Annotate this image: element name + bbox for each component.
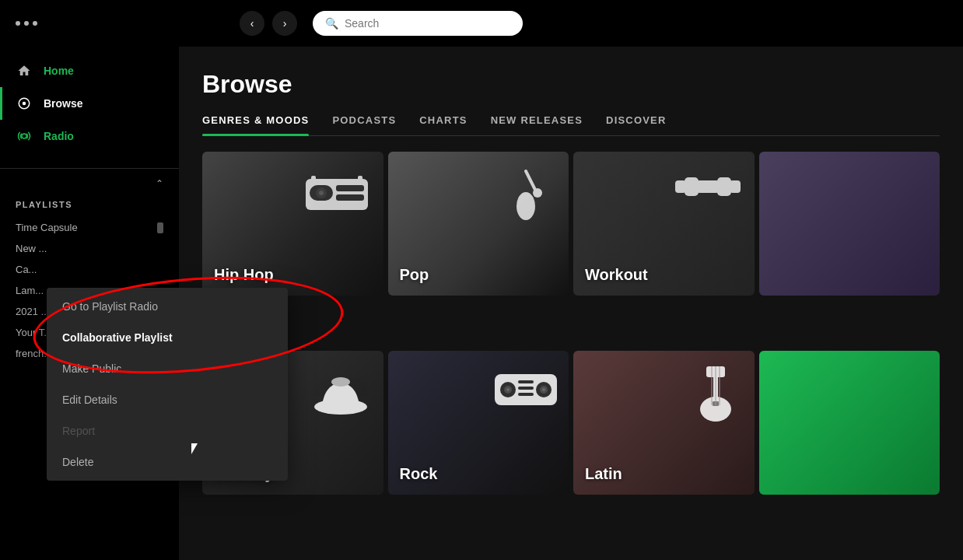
sidebar-browse-label: Browse bbox=[44, 97, 83, 110]
genre-card-bg-extra1 bbox=[759, 152, 940, 296]
svg-rect-28 bbox=[518, 380, 534, 383]
genre-name-latin: Latin bbox=[585, 465, 622, 483]
svg-rect-29 bbox=[518, 387, 534, 390]
tab-discover[interactable]: DISCOVER bbox=[606, 114, 667, 135]
playlist-name-0: Time Capsule bbox=[16, 222, 78, 233]
context-menu: Go to Playlist Radio Collaborative Playl… bbox=[47, 288, 288, 481]
topbar: ‹ › 🔍 bbox=[0, 0, 963, 47]
search-input[interactable] bbox=[345, 17, 510, 30]
svg-point-2 bbox=[22, 134, 26, 138]
home-icon bbox=[16, 62, 33, 79]
browse-icon bbox=[16, 95, 33, 112]
genre-card-bg-extra2 bbox=[759, 351, 940, 495]
tab-podcasts[interactable]: PODCASTS bbox=[332, 114, 396, 135]
genre-name-workout: Workout bbox=[585, 266, 648, 284]
svg-rect-10 bbox=[358, 176, 362, 182]
context-menu-item-1[interactable]: Collaborative Playlist bbox=[47, 322, 288, 353]
playlist-drag-0 bbox=[157, 222, 163, 233]
nav-arrows: ‹ › bbox=[240, 11, 297, 36]
tab-new-releases[interactable]: NEW RELEASES bbox=[491, 114, 583, 135]
pop-icon bbox=[499, 163, 553, 236]
playlist-name-1: New ... bbox=[16, 243, 47, 254]
genre-card-hiphop[interactable]: Hip Hop bbox=[202, 152, 383, 296]
svg-rect-7 bbox=[336, 185, 364, 191]
radio-icon bbox=[16, 128, 33, 145]
genre-card-extra1[interactable] bbox=[759, 152, 940, 296]
tab-charts[interactable]: CHARTS bbox=[419, 114, 467, 135]
context-menu-item-2[interactable]: Make Public bbox=[47, 353, 288, 384]
svg-rect-15 bbox=[685, 177, 699, 196]
genre-name-rock: Rock bbox=[400, 465, 438, 483]
sidebar: Home Browse Radio ⌃ PLAYLISTS Time Capsu… bbox=[0, 47, 179, 560]
tabs: GENRES & MOODS PODCASTS CHARTS NEW RELEA… bbox=[202, 114, 940, 136]
playlist-name-3: Lam... bbox=[16, 285, 44, 296]
playlist-item-2[interactable]: Ca... bbox=[16, 259, 163, 280]
sidebar-divider bbox=[0, 168, 179, 169]
playlist-item-0[interactable]: Time Capsule bbox=[16, 217, 163, 238]
latin-icon bbox=[685, 359, 747, 428]
svg-rect-17 bbox=[675, 180, 686, 193]
genre-card-latin[interactable]: Latin bbox=[573, 351, 755, 495]
genre-card-bg-workout: Workout bbox=[573, 152, 755, 296]
sidebar-home-label: Home bbox=[44, 65, 74, 77]
tab-genres-moods[interactable]: GENRES & MOODS bbox=[202, 114, 309, 135]
genre-card-pop[interactable]: Pop bbox=[388, 152, 569, 296]
svg-rect-8 bbox=[336, 194, 364, 201]
svg-rect-9 bbox=[311, 176, 316, 182]
svg-rect-30 bbox=[518, 393, 534, 396]
sidebar-radio-label: Radio bbox=[44, 130, 74, 142]
sidebar-item-radio[interactable]: Radio bbox=[0, 120, 179, 152]
genre-name-pop: Pop bbox=[400, 266, 429, 284]
genre-card-rock[interactable]: Rock bbox=[388, 351, 569, 495]
svg-rect-16 bbox=[717, 177, 731, 196]
hiphop-icon bbox=[302, 163, 372, 228]
sidebar-item-browse[interactable]: Browse bbox=[0, 87, 179, 120]
genre-card-bg-rock: Rock bbox=[388, 351, 569, 495]
svg-rect-18 bbox=[730, 180, 741, 193]
svg-point-13 bbox=[533, 188, 542, 198]
svg-point-0 bbox=[23, 102, 26, 106]
rock-icon bbox=[491, 359, 561, 416]
sidebar-nav: Home Browse Radio bbox=[0, 54, 179, 152]
context-menu-item-0[interactable]: Go to Playlist Radio bbox=[47, 291, 288, 322]
back-button[interactable]: ‹ bbox=[240, 11, 264, 36]
genre-card-bg-latin: Latin bbox=[573, 351, 755, 495]
sidebar-item-home[interactable]: Home bbox=[0, 54, 179, 87]
search-icon: 🔍 bbox=[325, 17, 338, 30]
playlists-label: PLAYLISTS bbox=[16, 200, 163, 209]
search-bar[interactable]: 🔍 bbox=[313, 11, 523, 36]
context-menu-item-3[interactable]: Edit Details bbox=[47, 384, 288, 415]
genre-name-hiphop: Hip Hop bbox=[214, 266, 274, 284]
svg-point-24 bbox=[506, 388, 510, 391]
forward-button[interactable]: › bbox=[272, 11, 297, 36]
playlist-name-2: Ca... bbox=[16, 264, 37, 275]
collapse-button[interactable]: ⌃ bbox=[0, 175, 179, 192]
svg-point-11 bbox=[517, 192, 535, 220]
playlist-name-4: 2021 ... bbox=[16, 306, 49, 317]
svg-point-20 bbox=[331, 377, 350, 387]
svg-point-27 bbox=[542, 388, 545, 391]
context-menu-item-5[interactable]: Delete bbox=[47, 446, 288, 478]
content-header: Browse GENRES & MOODS PODCASTS CHARTS NE… bbox=[179, 47, 963, 136]
genre-card-extra2[interactable] bbox=[759, 351, 940, 495]
page-title: Browse bbox=[202, 70, 940, 99]
main-layout: Home Browse Radio ⌃ PLAYLISTS Time Capsu… bbox=[0, 47, 963, 560]
content-area: Browse GENRES & MOODS PODCASTS CHARTS NE… bbox=[179, 47, 963, 560]
workout-icon bbox=[669, 163, 747, 221]
genre-card-bg-pop: Pop bbox=[388, 152, 569, 296]
genre-card-workout[interactable]: Workout bbox=[573, 152, 755, 296]
country-icon bbox=[310, 359, 372, 424]
genre-grid: Hip Hop bbox=[179, 136, 963, 560]
playlist-item-1[interactable]: New ... bbox=[16, 238, 163, 259]
menu-dots[interactable] bbox=[16, 21, 37, 26]
genre-card-bg-hiphop: Hip Hop bbox=[202, 152, 383, 296]
svg-point-6 bbox=[319, 191, 324, 195]
context-menu-item-4: Report bbox=[47, 415, 288, 446]
svg-rect-14 bbox=[696, 180, 720, 193]
